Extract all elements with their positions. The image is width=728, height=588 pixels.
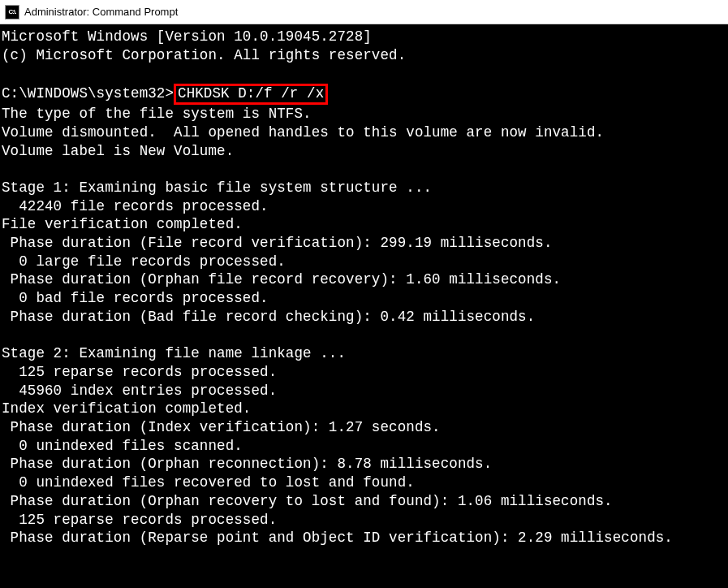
output-line: 0 bad file records processed. <box>2 290 269 306</box>
cmd-icon: C:\. <box>5 5 19 19</box>
output-line: 45960 index entries processed. <box>2 383 277 399</box>
output-line: Microsoft Windows [Version 10.0.19045.27… <box>2 28 372 45</box>
output-line: The type of the file system is NTFS. <box>2 106 312 122</box>
title-bar[interactable]: C:\. Administrator: Command Prompt <box>0 0 728 24</box>
output-line: Volume dismounted. All opened handles to… <box>2 124 604 141</box>
output-line: Phase duration (File record verification… <box>2 235 553 251</box>
highlighted-command: CHKDSK D:/f /r /x <box>174 84 328 105</box>
command-prompt-window: C:\. Administrator: Command Prompt Micro… <box>0 0 728 588</box>
terminal-area[interactable]: Microsoft Windows [Version 10.0.19045.27… <box>0 24 728 588</box>
output-line: Phase duration (Reparse point and Object… <box>2 530 673 546</box>
output-line: Phase duration (Index verification): 1.2… <box>2 419 441 435</box>
output-line: Stage 2: Examining file name linkage ... <box>2 345 346 361</box>
output-line: Volume label is New Volume. <box>2 143 234 159</box>
output-line: 125 reparse records processed. <box>2 512 277 528</box>
output-line: Stage 1: Examining basic file system str… <box>2 179 432 196</box>
output-line: Phase duration (Orphan recovery to lost … <box>2 493 613 509</box>
output-line: Index verification completed. <box>2 400 251 417</box>
prompt-text: C:\WINDOWS\system32> <box>2 85 174 102</box>
output-line: 42240 file records processed. <box>2 198 269 214</box>
output-line: Phase duration (Orphan file record recov… <box>2 271 561 288</box>
output-line: 0 unindexed files scanned. <box>2 438 243 454</box>
window-title: Administrator: Command Prompt <box>24 6 178 18</box>
output-line: Phase duration (Orphan reconnection): 8.… <box>2 456 492 472</box>
output-line: Phase duration (Bad file record checking… <box>2 309 535 325</box>
output-line: 125 reparse records processed. <box>2 364 277 380</box>
output-line: (c) Microsoft Corporation. All rights re… <box>2 47 406 63</box>
output-line: 0 large file records processed. <box>2 253 286 270</box>
output-line: 0 unindexed files recovered to lost and … <box>2 474 415 491</box>
output-line: File verification completed. <box>2 216 243 232</box>
